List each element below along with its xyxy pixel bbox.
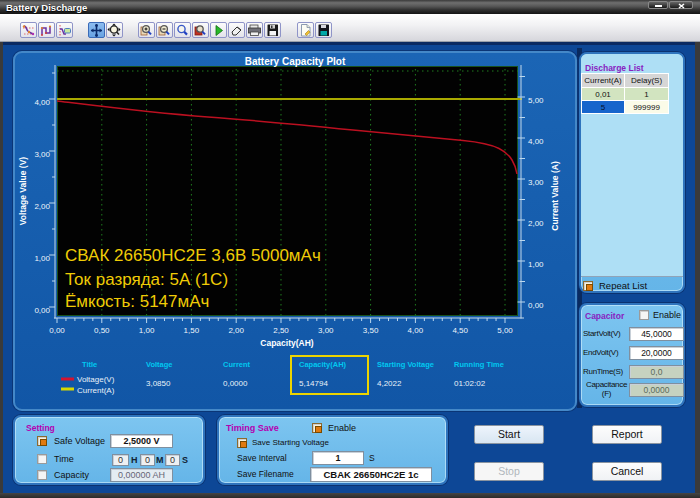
svg-text:Current(A): Current(A) <box>77 386 115 395</box>
svg-text:5,00: 5,00 <box>528 96 544 105</box>
svg-text:4,00: 4,00 <box>528 137 544 146</box>
svg-text:СВАК 26650НС2Е 3,6В 5000мАч: СВАК 26650НС2Е 3,6В 5000мАч <box>65 246 321 265</box>
svg-text:Voltage(V): Voltage(V) <box>77 375 115 384</box>
svg-text:2,00: 2,00 <box>34 202 50 211</box>
svg-text:2,00: 2,00 <box>528 219 544 228</box>
svg-text:4,00: 4,00 <box>408 326 424 335</box>
svg-text:5,00: 5,00 <box>497 326 513 335</box>
svg-text:1,00: 1,00 <box>528 260 544 269</box>
svg-text:1,50: 1,50 <box>184 326 200 335</box>
svg-text:Title: Title <box>82 360 97 369</box>
svg-text:Current: Current <box>223 360 251 369</box>
svg-text:0,00: 0,00 <box>49 326 65 335</box>
svg-text:Ток разряда: 5А (1С): Ток разряда: 5А (1С) <box>65 270 228 289</box>
svg-text:2,50: 2,50 <box>273 326 289 335</box>
svg-text:3,00: 3,00 <box>34 150 50 159</box>
svg-text:0,0000: 0,0000 <box>223 379 248 388</box>
svg-text:Voltage: Voltage <box>146 360 173 369</box>
svg-text:0,00: 0,00 <box>34 306 50 315</box>
svg-text:01:02:02: 01:02:02 <box>454 379 486 388</box>
svg-text:Capacity(AH): Capacity(AH) <box>299 360 347 369</box>
svg-text:5,14794: 5,14794 <box>299 379 328 388</box>
svg-text:Current Value (A): Current Value (A) <box>550 161 560 231</box>
svg-text:3,0850: 3,0850 <box>146 379 171 388</box>
svg-text:Running Time: Running Time <box>454 360 504 369</box>
svg-text:4,50: 4,50 <box>452 326 468 335</box>
svg-text:3,50: 3,50 <box>363 326 379 335</box>
svg-text:0,00: 0,00 <box>528 301 544 310</box>
svg-text:Ёмкость: 5147мАч: Ёмкость: 5147мАч <box>65 292 209 311</box>
svg-text:0,50: 0,50 <box>94 326 110 335</box>
svg-text:Capacity(AH): Capacity(AH) <box>260 338 314 348</box>
svg-text:Starting Voltage: Starting Voltage <box>377 360 434 369</box>
svg-text:1,00: 1,00 <box>34 254 50 263</box>
svg-text:4,2022: 4,2022 <box>377 379 402 388</box>
svg-text:Voltage Value (V): Voltage Value (V) <box>18 157 28 226</box>
svg-text:3,00: 3,00 <box>318 326 334 335</box>
svg-text:1,00: 1,00 <box>139 326 155 335</box>
svg-text:2,00: 2,00 <box>228 326 244 335</box>
svg-text:3,00: 3,00 <box>528 178 544 187</box>
svg-text:4,00: 4,00 <box>34 98 50 107</box>
